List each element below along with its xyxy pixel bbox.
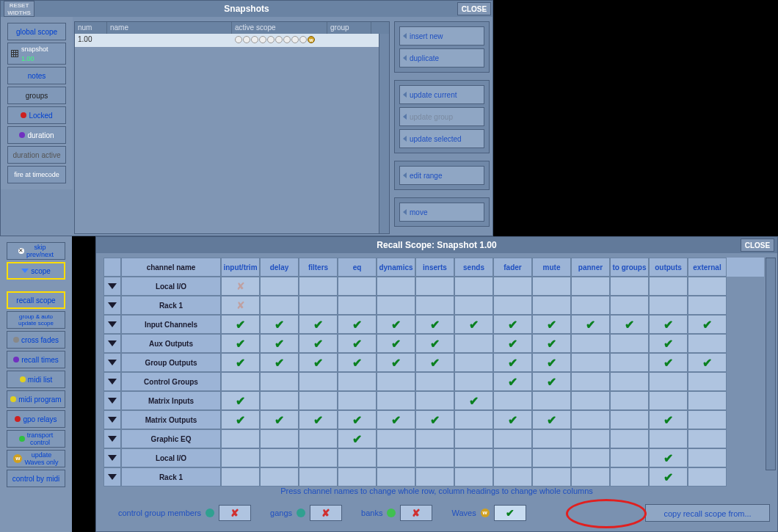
scope-cell[interactable] [415,277,454,296]
scope-cell[interactable] [571,353,610,372]
scope-cell[interactable]: ✔ [649,334,688,353]
scope-cell[interactable] [688,410,727,429]
scope-cell[interactable] [688,277,727,296]
scope-cell[interactable]: ✔ [493,372,532,391]
expand-row-button[interactable] [103,467,121,487]
scope-cell[interactable]: ✔ [338,315,377,334]
row-name-button[interactable]: Control Groups [121,372,221,391]
update-selected-button[interactable]: update selected [399,129,484,148]
scope-cell[interactable] [688,448,727,467]
scope-cell[interactable]: ✔ [649,467,688,487]
row-name-button[interactable]: Matrix Outputs [121,410,221,429]
scope-cell[interactable]: ✔ [260,334,299,353]
expand-row-button[interactable] [103,448,121,467]
scope-cell[interactable] [454,353,493,372]
scope-cell[interactable]: ✔ [493,353,532,372]
scope-cell[interactable]: ✔ [260,315,299,334]
midi-list-button[interactable]: midi list [7,371,65,388]
scope-cell[interactable] [571,391,610,410]
gpo-relays-button[interactable]: gpo relays [7,410,65,428]
col-name[interactable]: name [107,22,232,34]
expand-row-button[interactable] [103,296,121,315]
scope-cell[interactable] [377,429,415,448]
scope-cell[interactable] [454,372,493,391]
scope-cell[interactable] [493,277,532,296]
scope-cell[interactable] [377,372,415,391]
scope-cell[interactable]: ✔ [377,334,415,353]
col-num[interactable]: num [75,22,107,34]
scope-cell[interactable]: ✔ [338,410,377,429]
scope-cell[interactable]: ✔ [532,315,571,334]
notes-button[interactable]: notes [7,67,66,84]
scope-cell[interactable]: ✔ [299,410,338,429]
scope-cell[interactable]: ✔ [377,410,415,429]
scope-cell[interactable] [688,429,727,448]
scope-cell[interactable] [649,296,688,315]
scope-cell[interactable] [493,391,532,410]
update-current-button[interactable]: update current [399,85,484,104]
scope-cell[interactable] [610,429,649,448]
scope-cell[interactable] [610,277,649,296]
transport-control-button[interactable]: transport control [7,430,65,448]
scope-cell[interactable]: ✔ [221,391,260,410]
col-sends[interactable]: sends [454,258,493,277]
col-mute[interactable]: mute [532,258,571,277]
scope-cell[interactable]: ✔ [610,315,649,334]
scope-cell[interactable] [571,467,610,487]
scope-cell[interactable]: ✔ [532,410,571,429]
duplicate-button[interactable]: duplicate [399,48,484,68]
scope-cell[interactable] [260,296,299,315]
scope-cell[interactable]: ✔ [454,391,493,410]
update-waves-button[interactable]: wupdate Waves only [7,450,65,467]
scope-cell[interactable] [532,429,571,448]
update-group-button[interactable]: update group [399,107,484,126]
scope-cell[interactable] [415,391,454,410]
scope-cell[interactable] [493,296,532,315]
scope-cell[interactable] [532,448,571,467]
midi-program-button[interactable]: midi program [7,390,65,408]
scope-cell[interactable] [454,277,493,296]
scope-cell[interactable]: ✔ [688,353,727,372]
scope-cell[interactable]: ✔ [649,315,688,334]
scope-cell[interactable]: ✔ [260,410,299,429]
scope-cell[interactable] [610,372,649,391]
col-filters[interactable]: filters [299,258,338,277]
scope-cell[interactable]: ✔ [532,353,571,372]
scope-cell[interactable]: ✔ [415,353,454,372]
scope-cell[interactable]: ✔ [221,334,260,353]
scope-cell[interactable] [299,467,338,487]
expand-row-button[interactable] [103,429,121,448]
scope-cell[interactable] [610,334,649,353]
scope-cell[interactable] [260,277,299,296]
scope-cell[interactable] [415,296,454,315]
scope-cell[interactable] [221,467,260,487]
scope-cell[interactable] [221,448,260,467]
expand-row-button[interactable] [103,410,121,429]
scope-scrollbar[interactable] [766,258,776,470]
scope-cell[interactable] [454,410,493,429]
scope-cell[interactable] [571,277,610,296]
expand-row-button[interactable] [103,391,121,410]
col-group[interactable]: group [327,22,371,34]
scope-cell[interactable]: ✔ [377,315,415,334]
scope-cell[interactable] [260,429,299,448]
scope-cell[interactable]: ✔ [299,315,338,334]
scope-cell[interactable] [260,391,299,410]
scope-cell[interactable]: ✔ [688,315,727,334]
col-eq[interactable]: eq [338,258,377,277]
recall-close-button[interactable]: CLOSE [741,238,774,252]
scope-cell[interactable] [377,277,415,296]
scope-cell[interactable] [299,429,338,448]
col-panner[interactable]: panner [571,258,610,277]
scope-cell[interactable] [260,467,299,487]
scope-cell[interactable]: ✔ [415,334,454,353]
scope-cell[interactable] [299,448,338,467]
scope-cell[interactable]: ✔ [338,353,377,372]
col-external[interactable]: external [688,258,727,277]
scope-cell[interactable] [688,391,727,410]
col-input-trim[interactable]: input/trim [221,258,260,277]
scope-cell[interactable]: ✔ [649,448,688,467]
recall-scope-button[interactable]: recall scope [7,291,65,309]
scope-cell[interactable] [338,372,377,391]
scope-cell[interactable] [610,391,649,410]
